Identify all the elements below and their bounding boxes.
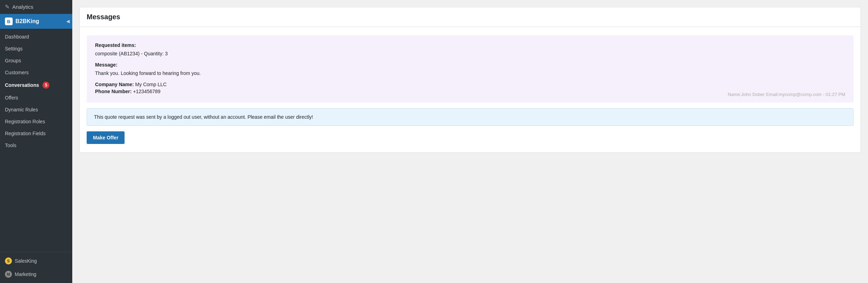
- info-banner: This quote request was sent by a logged …: [87, 108, 854, 126]
- sidebar-item-settings[interactable]: Settings: [0, 43, 72, 55]
- sidebar-item-offers[interactable]: Offers: [0, 92, 72, 104]
- message-bubble: Requested items: composite (AB1234) - Qu…: [87, 35, 854, 103]
- sidebar-item-label: Registration Roles: [5, 119, 45, 124]
- sender-info: Name:John Dober Email:mycomp@comp.com - …: [728, 92, 845, 97]
- sidebar-item-registration-roles[interactable]: Registration Roles: [0, 116, 72, 127]
- sidebar-secondary: S SalesKing M Marketing: [0, 252, 72, 283]
- sidebar-nav: Dashboard Settings Groups Customers Conv…: [0, 29, 72, 153]
- brand-label: B2BKing: [15, 18, 39, 25]
- make-offer-wrapper: Make Offer: [87, 131, 854, 144]
- sidebar-item-customers[interactable]: Customers: [0, 67, 72, 78]
- requested-items-label: Requested items:: [95, 42, 845, 48]
- sidebar-item-label: Dashboard: [5, 34, 29, 40]
- sidebar-item-label: Groups: [5, 58, 21, 63]
- sidebar-item-salesking[interactable]: S SalesKing: [0, 254, 72, 268]
- message-label: Message:: [95, 62, 845, 68]
- sidebar-brand[interactable]: B B2BKing ◀: [0, 14, 72, 29]
- sidebar-item-marketing[interactable]: M Marketing: [0, 268, 72, 281]
- analytics-icon: ✎: [5, 4, 9, 10]
- marketing-icon: M: [5, 271, 12, 278]
- messages-card: Messages Requested items: composite (AB1…: [79, 7, 861, 153]
- sidebar-item-dynamic-rules[interactable]: Dynamic Rules: [0, 104, 72, 116]
- sidebar-item-label: Offers: [5, 95, 18, 101]
- messages-header: Messages: [80, 7, 861, 27]
- make-offer-button[interactable]: Make Offer: [87, 131, 125, 144]
- conversations-badge: 5: [42, 82, 49, 89]
- requested-item-line: composite (AB1234) - Quantity: 3: [95, 51, 845, 56]
- sidebar-item-label: Settings: [5, 46, 23, 51]
- sidebar-item-label: Registration Fields: [5, 131, 46, 136]
- salesking-icon: S: [5, 257, 12, 264]
- sidebar-item-tools[interactable]: Tools: [0, 139, 72, 151]
- page-title: Messages: [87, 13, 854, 21]
- sidebar-item-label: Conversations: [5, 82, 39, 88]
- sidebar-item-groups[interactable]: Groups: [0, 55, 72, 67]
- phone-number-value: +123456789: [133, 89, 160, 94]
- main-content: Messages Requested items: composite (AB1…: [72, 0, 868, 283]
- sidebar-item-registration-fields[interactable]: Registration Fields: [0, 127, 72, 139]
- sidebar-item-label: Tools: [5, 143, 16, 148]
- company-name-label: Company Name:: [95, 82, 134, 87]
- sidebar: ✎ Analytics B B2BKing ◀ Dashboard Settin…: [0, 0, 72, 283]
- sidebar-item-label: Dynamic Rules: [5, 107, 38, 112]
- company-name-row: Company Name: My Comp LLC: [95, 82, 845, 87]
- sidebar-analytics-item[interactable]: ✎ Analytics: [0, 0, 72, 14]
- message-text: Thank you. Looking forward to hearing fr…: [95, 70, 845, 76]
- collapse-icon[interactable]: ◀: [66, 19, 69, 24]
- phone-number-label: Phone Number:: [95, 89, 132, 94]
- sidebar-item-label: Customers: [5, 70, 29, 75]
- sidebar-item-dashboard[interactable]: Dashboard: [0, 31, 72, 43]
- sidebar-analytics-label: Analytics: [12, 4, 33, 10]
- marketing-label: Marketing: [15, 271, 36, 277]
- brand-icon: B: [5, 18, 13, 25]
- salesking-label: SalesKing: [15, 258, 37, 264]
- messages-body: Requested items: composite (AB1234) - Qu…: [80, 27, 861, 152]
- sidebar-item-conversations[interactable]: Conversations 5: [0, 78, 72, 92]
- company-name-value: My Comp LLC: [135, 82, 166, 87]
